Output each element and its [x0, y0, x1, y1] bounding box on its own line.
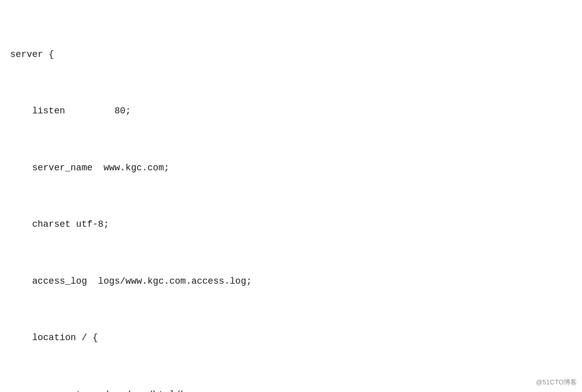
- code-line-5: access_log logs/www.kgc.com.access.log;: [0, 275, 582, 289]
- code-viewer: server { listen 80; server_name www.kgc.…: [0, 0, 582, 392]
- code-line-1: server {: [0, 48, 582, 62]
- code-line-3: server_name www.kgc.com;: [0, 161, 582, 175]
- code-line-6: location / {: [0, 331, 582, 345]
- code-line-4: charset utf-8;: [0, 218, 582, 232]
- watermark: @51CTO博客: [536, 378, 577, 387]
- code-line-2: listen 80;: [0, 104, 582, 118]
- code-line-7: root /var/www/html/kgc;: [0, 388, 582, 392]
